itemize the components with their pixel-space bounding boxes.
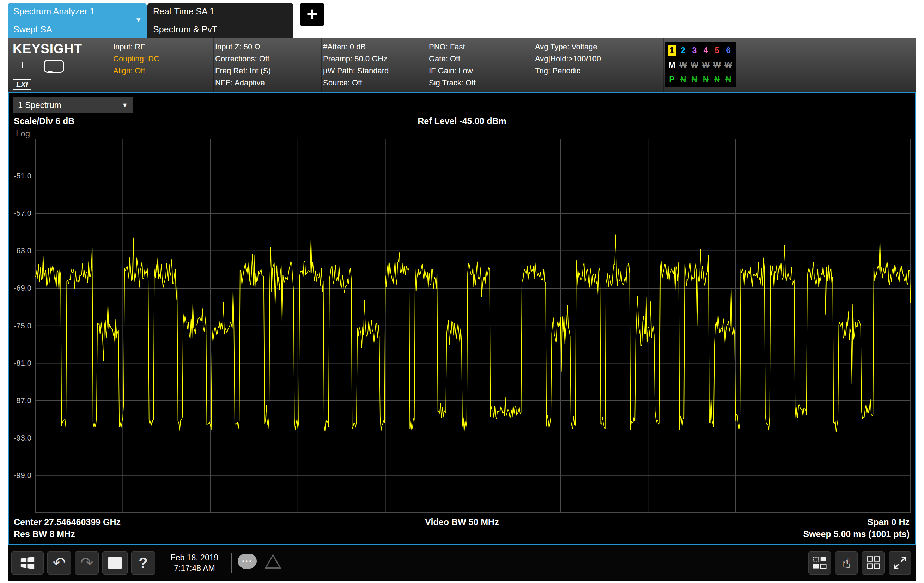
- trace-4-selector[interactable]: 4: [701, 45, 710, 56]
- screenshot-button[interactable]: [102, 551, 128, 575]
- tab-subtitle: Swept SA: [13, 24, 141, 35]
- window-grid-icon: [865, 555, 881, 571]
- y-axis-tick-label: -87.0: [9, 396, 31, 405]
- status-column-4[interactable]: PNO: FastGate: OffIF Gain: LowSig Track:…: [429, 41, 476, 89]
- redo-icon: ↷: [81, 555, 94, 571]
- status-column-5[interactable]: Avg Type: VoltageAvg|Hold:>100/100Trig: …: [535, 41, 601, 77]
- trace-2-detector: N: [679, 74, 687, 85]
- status-item: Align: Off: [113, 65, 159, 77]
- redo-button[interactable]: ↷: [75, 551, 99, 575]
- brand-block: KEYSIGHT L LXI: [13, 38, 108, 92]
- trace-5-selector[interactable]: 5: [713, 45, 721, 56]
- speech-bubble-icon: ···: [238, 554, 257, 568]
- measurement-window: 1 Spectrum ▼ Scale/Div 6 dB Ref Level -4…: [8, 92, 916, 545]
- undo-button[interactable]: ↶: [47, 551, 71, 575]
- y-axis-tick-label: -51.0: [9, 172, 31, 180]
- trace-6-detector: N: [724, 74, 733, 85]
- y-axis-tick-label: -63.0: [9, 246, 31, 255]
- y-axis-tick-label: -81.0: [9, 359, 31, 368]
- status-item: PNO: Fast: [429, 41, 476, 53]
- toolbar-divider: [231, 553, 232, 573]
- remote-ui-icon: [44, 60, 64, 73]
- y-axis-tick-label: -57.0: [9, 209, 31, 218]
- trace-indicator-panel[interactable]: 123456MWWWWWPNNNNN: [665, 42, 736, 88]
- column-divider: [213, 38, 214, 92]
- window-selector-dropdown[interactable]: 1 Spectrum ▼: [13, 97, 133, 113]
- trace-3-type: W: [690, 59, 699, 71]
- tab-title: Real-Time SA 1: [153, 7, 288, 17]
- lxi-logo: LXI: [13, 79, 31, 89]
- status-item: Freq Ref: Int (S): [215, 65, 271, 77]
- status-column-2[interactable]: Input Z: 50 ΩCorrections: OffFreq Ref: I…: [215, 41, 271, 89]
- status-item: Trig: Periodic: [535, 65, 601, 77]
- help-button[interactable]: ?: [131, 551, 155, 575]
- local-control-indicator: L: [21, 60, 26, 71]
- annotation-row-2: Res BW 8 MHz Sweep 5.00 ms (1001 pts): [9, 529, 915, 540]
- windows-start-button[interactable]: [11, 551, 44, 575]
- y-axis-tick-label: -69.0: [9, 284, 31, 293]
- log-scale-label: Log: [16, 129, 30, 139]
- tab-real-time-sa-1[interactable]: Real-Time SA 1 Spectrum & PvT: [147, 3, 294, 38]
- column-divider: [111, 38, 111, 92]
- fullscreen-toggle-button[interactable]: [889, 551, 911, 575]
- status-item: Avg Type: Voltage: [535, 41, 601, 53]
- touch-mode-button[interactable]: ☝: [835, 551, 858, 575]
- status-item: µW Path: Standard: [323, 65, 389, 77]
- trace-5-type: W: [713, 59, 721, 71]
- y-axis-tick-label: -99.0: [9, 471, 31, 480]
- time-label: 7:17:48 AM: [160, 563, 229, 573]
- bubble-dots: ···: [242, 556, 252, 566]
- trace-1-selector[interactable]: 1: [668, 45, 676, 56]
- app-window: Spectrum Analyzer 1 Swept SA ▼ Real-Time…: [8, 3, 916, 581]
- trace-5-detector: N: [713, 74, 721, 85]
- status-column-3[interactable]: #Atten: 0 dBPreamp: 50.0 GHzµW Path: Sta…: [323, 41, 389, 89]
- status-item: Gate: Off: [429, 53, 476, 65]
- status-item: Coupling: DC: [113, 53, 159, 65]
- tab-title: Spectrum Analyzer 1: [13, 7, 141, 17]
- resolution-bandwidth[interactable]: Res BW 8 MHz: [14, 529, 75, 539]
- messages-button[interactable]: ···: [238, 554, 257, 568]
- trace-3-selector[interactable]: 3: [690, 45, 699, 56]
- video-bandwidth[interactable]: Video BW 50 MHz: [9, 517, 915, 527]
- keysight-logo: KEYSIGHT: [13, 41, 108, 56]
- chevron-down-icon[interactable]: ▼: [135, 16, 142, 24]
- date-label: Feb 18, 2019: [160, 552, 229, 563]
- screenshot-icon: [107, 557, 122, 568]
- status-item: #Atten: 0 dB: [323, 41, 389, 53]
- sweep-time[interactable]: Sweep 5.00 ms (1001 pts): [803, 529, 909, 539]
- status-item: Sig Track: Off: [429, 77, 476, 89]
- warning-triangle-icon: [264, 552, 282, 571]
- arrange-windows-button[interactable]: [808, 551, 831, 575]
- tab-subtitle: Spectrum & PvT: [153, 24, 288, 35]
- trace-6-selector[interactable]: 6: [724, 45, 733, 56]
- status-item: Source: Off: [323, 77, 389, 89]
- tab-spectrum-analyzer-1[interactable]: Spectrum Analyzer 1 Swept SA ▼: [8, 3, 147, 38]
- undo-icon: ↶: [53, 555, 66, 571]
- trace-2-selector[interactable]: 2: [679, 45, 687, 56]
- window-layout-button[interactable]: [862, 551, 884, 575]
- status-column-1[interactable]: Input: RFCoupling: DCAlign: Off: [113, 41, 159, 77]
- help-icon: ?: [139, 555, 148, 570]
- trace-4-type: W: [701, 59, 710, 71]
- trace-display-area[interactable]: [35, 139, 911, 513]
- ref-level[interactable]: Ref Level -45.00 dBm: [9, 116, 915, 126]
- y-axis-tick-label: -93.0: [9, 433, 31, 443]
- trace-1-detector: P: [668, 74, 676, 85]
- status-item: IF Gain: Low: [429, 65, 476, 77]
- y-axis-tick-label: -75.0: [9, 321, 31, 330]
- trace-1-type: M: [668, 59, 676, 71]
- trace-6-type: W: [724, 59, 733, 71]
- status-item: Input Z: 50 Ω: [215, 41, 271, 53]
- span[interactable]: Span 0 Hz: [868, 517, 909, 527]
- screen: Spectrum Analyzer 1 Swept SA ▼ Real-Time…: [0, 0, 924, 583]
- datetime-display[interactable]: Feb 18, 2019 7:17:48 AM: [160, 552, 229, 573]
- tab-bar: Spectrum Analyzer 1 Swept SA ▼ Real-Time…: [8, 3, 916, 38]
- add-tab-button[interactable]: +: [300, 3, 324, 26]
- alerts-button[interactable]: [264, 552, 282, 572]
- spectrum-graph[interactable]: [35, 139, 911, 513]
- touch-icon: ☝: [842, 556, 851, 570]
- annotation-row-1: Center 27.546460399 GHz Video BW 50 MHz …: [9, 517, 915, 528]
- resize-arrows-icon: [892, 555, 908, 571]
- status-item: NFE: Adaptive: [215, 77, 271, 89]
- column-divider: [663, 38, 664, 92]
